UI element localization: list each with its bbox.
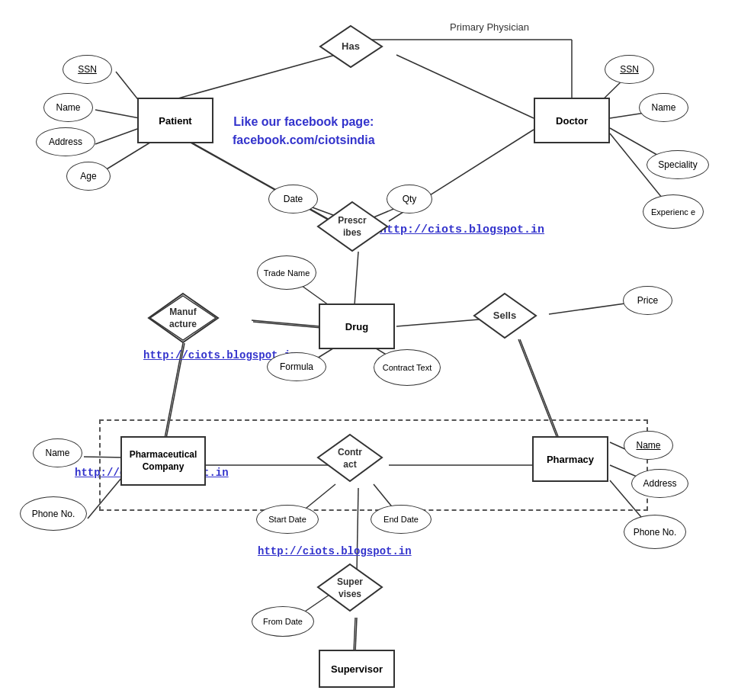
svg-line-21 [95, 110, 140, 118]
svg-text:ibes: ibes [343, 227, 361, 238]
svg-text:Sells: Sells [493, 310, 516, 321]
entity-drug: Drug [319, 303, 395, 349]
attribute-patient-address: Address [36, 127, 95, 156]
attribute-patient-name: Name [43, 93, 93, 122]
entity-supervisor: Supervisor [319, 650, 395, 688]
svg-line-33 [549, 303, 625, 314]
primary-physician-label: Primary Physician [450, 21, 529, 33]
svg-text:Has: Has [342, 40, 360, 52]
attribute-doctor-speciality: Speciality [647, 150, 709, 179]
attribute-prescribes-qty: Qty [387, 185, 432, 214]
svg-marker-56 [318, 564, 382, 611]
relationship-manufacture: Manuf acture [147, 292, 220, 344]
svg-line-8 [252, 320, 320, 326]
attribute-prescribes-date: Date [268, 185, 318, 214]
attribute-pharmacy-phone: Phone No. [624, 515, 686, 549]
attribute-doctor-experience: Experienc e [643, 194, 704, 229]
relationship-supervises: Super vises [316, 563, 383, 612]
svg-text:act: act [343, 459, 356, 470]
watermark-http-top: http://ciots.blogspot.in [380, 223, 544, 236]
entity-doctor: Doctor [534, 98, 610, 143]
attribute-drug-tradename: Trade Name [257, 255, 316, 290]
svg-line-0 [175, 55, 335, 99]
svg-text:acture: acture [169, 319, 197, 329]
attribute-contract-startdate: Start Date [256, 505, 319, 534]
svg-line-9 [253, 322, 322, 328]
attribute-patient-age: Age [66, 162, 111, 191]
svg-marker-44 [318, 202, 387, 251]
attribute-doctor-ssn: SSN [605, 55, 654, 84]
attribute-pharma-name: Name [33, 438, 82, 467]
attribute-drug-contracttext: Contract Text [374, 349, 441, 386]
svg-line-18 [354, 618, 355, 652]
attribute-supervises-fromdate: From Date [252, 606, 314, 637]
entity-patient: Patient [137, 98, 213, 143]
relationship-contract: Contr act [316, 433, 383, 483]
svg-line-7 [355, 252, 358, 305]
facebook-text: Like our facebook page:facebook.com/ciot… [233, 113, 375, 149]
entity-pharmaceutical: Pharmaceutical Company [120, 436, 206, 486]
svg-line-19 [355, 618, 357, 652]
svg-text:Super: Super [337, 576, 363, 587]
svg-text:vises: vises [339, 589, 361, 599]
attribute-sells-price: Price [623, 286, 672, 315]
svg-line-1 [396, 55, 534, 118]
attribute-pharma-phone: Phone No. [20, 496, 87, 531]
watermark-3: http://ciots.blogspot.in [258, 545, 412, 557]
attribute-contract-enddate: End Date [371, 505, 432, 534]
attribute-doctor-name: Name [639, 93, 688, 122]
relationship-prescribes: Prescr ibes [316, 201, 389, 252]
svg-text:Manuf: Manuf [169, 307, 197, 317]
entity-pharmacy: Pharmacy [532, 436, 608, 482]
svg-marker-53 [318, 435, 382, 481]
attribute-pharmacy-name: Name [624, 431, 673, 460]
relationship-sells: Sells [473, 292, 537, 339]
attribute-drug-formula: Formula [267, 352, 326, 381]
svg-text:Prescr: Prescr [338, 215, 367, 226]
relationship-has: Has [319, 24, 383, 69]
attribute-pharmacy-address: Address [631, 469, 688, 498]
svg-marker-48 [150, 296, 216, 340]
svg-text:Contr: Contr [338, 447, 362, 458]
svg-line-22 [95, 128, 140, 144]
attribute-patient-ssn: SSN [63, 55, 112, 84]
